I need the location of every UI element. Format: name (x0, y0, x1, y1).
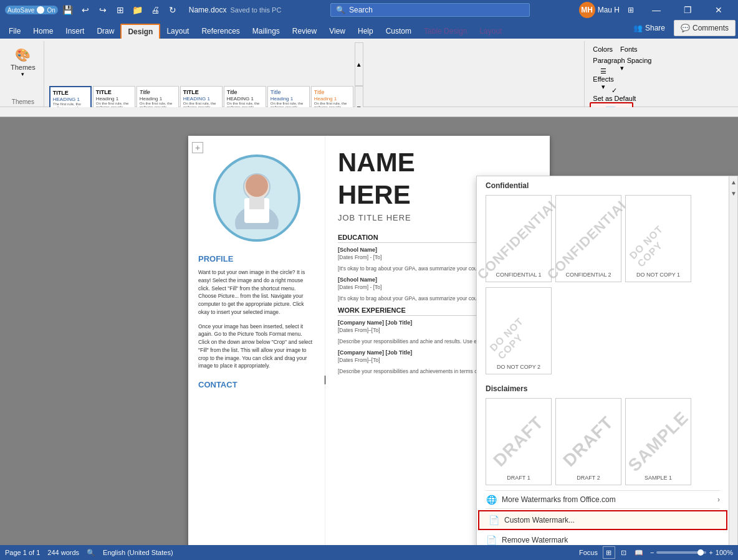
more-qa-button[interactable]: ⊞ (113, 2, 128, 17)
paragraph-spacing-button[interactable]: Paragraph Spacing ▾ (590, 57, 654, 71)
set-as-default-button[interactable]: ✓ Set as Default (590, 87, 639, 101)
tab-view[interactable]: View (323, 24, 352, 39)
undo-button[interactable]: ↩ (78, 2, 93, 17)
word-count: 244 words (47, 549, 79, 556)
globe-icon: 🌐 (486, 495, 497, 505)
tab-review[interactable]: Review (286, 24, 323, 39)
remove-watermark-icon: 📄 (486, 535, 497, 545)
close-button[interactable]: ✕ (704, 0, 733, 20)
share-button[interactable]: 👥 Share (627, 20, 671, 36)
focus-label: Focus (579, 549, 598, 556)
restore-button[interactable]: ❐ (673, 0, 702, 20)
themes-group-label: Themes (6, 97, 40, 107)
watermark-confidential-2[interactable]: CONFIDENTIAL CONFIDENTIAL 2 (555, 195, 621, 282)
remove-watermark-menu-item[interactable]: 📄 Remove Watermark (477, 531, 729, 545)
tab-file[interactable]: File (2, 24, 27, 39)
tab-insert[interactable]: Insert (59, 24, 90, 39)
watermark-dropdown-content: Confidential CONFIDENTIAL CONFIDENTIAL 1… (477, 176, 729, 545)
confidential-grid-2: DO NOT COPY DO NOT COPY 2 (477, 287, 729, 379)
tab-references[interactable]: References (195, 24, 246, 39)
scroll-down-button[interactable]: ▼ (729, 187, 738, 199)
wm-text-draft1: DRAFT (489, 412, 547, 470)
language-status: English (United States) (103, 549, 173, 556)
effects-button[interactable]: ☰ Effects ▾ (590, 72, 616, 86)
profile-photo-circle (213, 154, 300, 242)
format-title-3: TITLE (183, 89, 199, 95)
custom-watermark-menu-item[interactable]: 📄 Custom Watermark... (478, 510, 727, 530)
redo-button[interactable]: ↪ (95, 2, 110, 17)
watermark-draft-2[interactable]: DRAFT DRAFT 2 (555, 398, 621, 485)
format-h1-2: Heading 1 (140, 96, 162, 102)
wm-text-sample1: SAMPLE (624, 407, 692, 475)
share-label: Share (645, 24, 665, 32)
scroll-up-button[interactable]: ▲ (729, 176, 738, 187)
print-button[interactable]: 🖨 (148, 2, 163, 17)
save-button[interactable]: 💾 (60, 2, 75, 17)
more-watermarks-label: More Watermarks from Office.com (502, 495, 616, 504)
comments-icon: 💬 (681, 24, 690, 32)
tab-help[interactable]: Help (352, 24, 380, 39)
tab-layout[interactable]: Layout (160, 24, 195, 39)
disclaimers-heading: Disclaimers (477, 379, 729, 396)
effects-label: Effects (593, 75, 613, 83)
wm-text-draft2: DRAFT (559, 412, 617, 470)
print-layout-button[interactable]: ⊞ (603, 546, 615, 559)
document-area: + (0, 107, 738, 545)
format-h1-3: HEADING 1 (183, 96, 210, 102)
profile-text-2: Once your image has been inserted, selec… (198, 323, 315, 371)
ruler (0, 107, 738, 117)
disclaimers-grid: DRAFT DRAFT 1 DRAFT DRAFT 2 SAMPLE SAMPL… (477, 396, 729, 490)
custom-qa-button[interactable]: ↻ (165, 2, 180, 17)
zoom-out-button[interactable]: − (650, 549, 654, 556)
zoom-slider[interactable] (656, 551, 706, 554)
themes-label: Themes (11, 64, 36, 71)
wm-label-draft2: DRAFT 2 (577, 475, 600, 481)
tab-design[interactable]: Design (120, 24, 160, 39)
ribbon-group-themes: 🎨 Themes ▾ Themes (2, 41, 44, 107)
share-comments-area: 👥 Share 💬 Comments (627, 20, 736, 39)
add-content-button[interactable]: + (192, 142, 203, 153)
read-mode-button[interactable]: 📖 (633, 546, 645, 559)
watermark-sample-1[interactable]: SAMPLE SAMPLE 1 (625, 398, 691, 485)
themes-button[interactable]: 🎨 Themes ▾ (6, 42, 40, 83)
paragraph-spacing-label: Paragraph Spacing (593, 57, 651, 64)
zoom-controls: − + 100% (650, 549, 733, 556)
text-cursor (324, 376, 325, 386)
zoom-in-button[interactable]: + (709, 549, 712, 556)
remove-watermark-label: Remove Watermark (502, 536, 568, 544)
watermark-scrollbar[interactable]: ▲ ▼ (729, 176, 737, 545)
watermark-do-not-copy-2[interactable]: DO NOT COPY DO NOT COPY 2 (486, 287, 552, 374)
wm-label-conf2: CONFIDENTIAL 2 (565, 272, 611, 278)
open-folder-button[interactable]: 📁 (130, 2, 145, 17)
gallery-up-arrow[interactable]: ▲ (355, 42, 363, 86)
watermark-confidential-1[interactable]: CONFIDENTIAL CONFIDENTIAL 1 (486, 195, 552, 282)
watermark-draft-1[interactable]: DRAFT DRAFT 1 (486, 398, 552, 485)
more-watermarks-arrow: › (717, 495, 720, 504)
tab-layout2[interactable]: Layout (473, 24, 508, 39)
watermark-do-not-copy-1[interactable]: DO NOT COPY DO NOT COPY 1 (625, 195, 691, 282)
web-layout-button[interactable]: ⊡ (618, 546, 630, 559)
more-watermarks-menu-item[interactable]: 🌐 More Watermarks from Office.com › (477, 491, 729, 508)
format-h1-1: Heading 1 (96, 96, 118, 102)
minimize-button[interactable]: — (642, 0, 671, 20)
tab-home[interactable]: Home (27, 24, 59, 39)
user-avatar[interactable]: MH (579, 2, 595, 18)
colors-button[interactable]: Colors (590, 42, 616, 56)
tab-draw[interactable]: Draw (90, 24, 120, 39)
tab-custom[interactable]: Custom (380, 24, 418, 39)
themes-dropdown-icon: ▾ (21, 71, 24, 77)
tab-mailings[interactable]: Mailings (246, 24, 286, 39)
fonts-button[interactable]: Fonts (617, 42, 641, 56)
format-title-6: Title (314, 89, 325, 95)
tab-table-design[interactable]: Table Design (418, 24, 473, 39)
search-box[interactable]: 🔍 Search (330, 3, 530, 17)
comments-button[interactable]: 💬 Comments (674, 20, 736, 36)
share-icon: 👥 (633, 24, 643, 32)
autosave-toggle[interactable]: AutoSave On (5, 6, 58, 14)
title-bar: AutoSave On 💾 ↩ ↪ ⊞ 📁 🖨 ↻ Name.docx Save… (0, 0, 738, 20)
wm-label-conf1: CONFIDENTIAL 1 (496, 272, 541, 278)
layout-switch-button[interactable]: ⊞ (622, 1, 640, 19)
quick-access-toolbar: AutoSave On 💾 ↩ ↪ ⊞ 📁 🖨 ↻ (5, 2, 180, 17)
confidential-grid: CONFIDENTIAL CONFIDENTIAL 1 CONFIDENTIAL… (477, 192, 729, 287)
profile-text-1: Want to put your own image in the circle… (198, 268, 315, 316)
